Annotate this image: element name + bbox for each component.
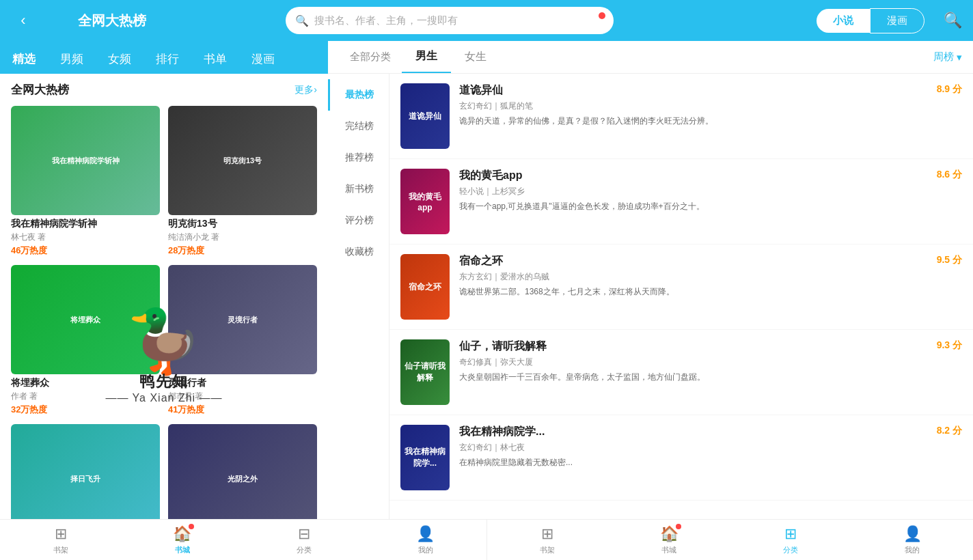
tab-comic[interactable]: 漫画 (870, 8, 924, 33)
page-title: 全网大热榜 (44, 12, 180, 30)
rank-info-2: 宿命之环 9.5 分 东方玄幻｜爱潜水的乌贼 诡秘世界第二部。1368之年，七月… (459, 254, 962, 320)
hot-cover-2: 将埋葬众 (11, 265, 160, 374)
hot-author-1: 纯洁滴小龙 著 (168, 232, 317, 243)
rank-cover-bg-4: 我在精神病院学... (400, 425, 450, 490)
right-panel: 全部分类 男生 女生 周榜 ▾ 最热榜 完结榜 推荐榜 新书榜 评分榜 收藏榜 (328, 41, 973, 519)
right-nav-category[interactable]: ⊞ 分类 (730, 520, 851, 560)
search-dot (599, 12, 605, 19)
hot-author-3: 都市君 著 (168, 391, 317, 402)
gender-female[interactable]: 女生 (451, 41, 500, 73)
hot-name-2: 将埋葬众 (11, 377, 160, 389)
hot-cover-0: 我在精神病院学斩神 (11, 106, 160, 215)
rank-desc-0: 诡异的天道，异常的仙佛，是真？是假？陷入迷惘的李火旺无法分辨。 (459, 115, 962, 127)
rank-item-hottest[interactable]: 最热榜 (328, 79, 389, 111)
r-bookstore-dot (676, 524, 681, 529)
rank-book-item-4[interactable]: 我在精神病院学... 我在精神病院学... 8.2 分 玄幻奇幻｜林七夜 在精神… (389, 415, 973, 501)
r-category-icon: ⊞ (784, 525, 797, 543)
left-nav-jingxuan[interactable]: 精选 (0, 51, 48, 74)
hot-header: 全网大热榜 更多› (11, 82, 317, 98)
hot-item-1[interactable]: 明克街13号 明克街13号 纯洁滴小龙 著 28万热度 (168, 106, 317, 257)
rank-item-collect[interactable]: 收藏榜 (328, 236, 389, 268)
hot-name-3: 灵境行者 (168, 377, 317, 389)
left-nav-manhua[interactable]: 漫画 (239, 51, 287, 74)
hot-item-3[interactable]: 灵境行者 灵境行者 都市君 著 41万热度 (168, 265, 317, 416)
category-icon: ⊟ (298, 525, 310, 543)
left-nav-category[interactable]: ⊟ 分类 (243, 520, 365, 560)
rank-info-1: 我的黄毛app 8.6 分 轻小说｜上杉冥乡 我有一个app,可兑换道具"逼逼的… (459, 169, 962, 234)
back-button[interactable]: ‹ (11, 12, 36, 29)
right-bottom-nav: ⊞ 书架 🏠 书城 ⊞ 分类 👤 我的 (487, 520, 974, 560)
left-nav-paihang[interactable]: 排行 (143, 51, 191, 74)
rank-dropdown[interactable]: 周榜 ▾ (933, 51, 962, 64)
r-bookstore-label: 书城 (661, 545, 676, 555)
search-button[interactable]: 🔍 (944, 12, 962, 29)
left-nav-nvpin[interactable]: 女频 (96, 51, 143, 74)
r-bookshelf-icon: ⊞ (541, 525, 553, 543)
rank-desc-1: 我有一个app,可兑换道具"逼逼的金色长发，胁迫成功率+百分之十。 (459, 200, 962, 212)
search-icon: 🔍 (295, 14, 309, 27)
gender-male[interactable]: 男生 (402, 41, 451, 73)
rank-genre-2: 东方玄幻｜爱潜水的乌贼 (459, 271, 962, 283)
rank-desc-4: 在精神病院里隐藏着无数秘密... (459, 456, 962, 468)
right-nav-bookstore[interactable]: 🏠 书城 (608, 520, 730, 560)
rank-desc-2: 诡秘世界第二部。1368之年，七月之末，深红将从天而降。 (459, 285, 962, 298)
left-nav-bookshelf[interactable]: ⊞ 书架 (0, 520, 122, 560)
hot-heat-0: 46万热度 (11, 244, 160, 257)
hot-cover-1: 明克街13号 (168, 106, 317, 215)
rank-title-2: 宿命之环 (459, 254, 503, 268)
rank-book-item-1[interactable]: 我的黄毛app 我的黄毛app 8.6 分 轻小说｜上杉冥乡 我有一个app,可… (389, 159, 973, 244)
rank-item-recommend[interactable]: 推荐榜 (328, 142, 389, 173)
rank-genre-1: 轻小说｜上杉冥乡 (459, 186, 962, 197)
rank-cover-bg-1: 我的黄毛app (400, 169, 450, 234)
bookshelf-icon: ⊞ (55, 525, 67, 543)
hot-section: 全网大热榜 更多› 我在精神病院学斩神 我在精神病院学斩神 林七 (0, 74, 328, 519)
top-bar: ‹ 全网大热榜 🔍 搜书名、作者、主角，一搜即有 小说 漫画 🔍 (0, 0, 973, 41)
rank-genre-4: 玄幻奇幻｜林七夜 (459, 442, 962, 453)
r-bookshelf-label: 书架 (540, 545, 555, 555)
hot-item-5[interactable]: 光阴之外 光阴之外 耳根 著 38万热度 (168, 424, 317, 519)
rank-title-4: 我在精神病院学... (459, 425, 545, 439)
hot-heat-2: 32万热度 (11, 404, 160, 416)
rank-score-4: 8.2 分 (937, 425, 962, 439)
rank-cover-2: 宿命之环 (400, 254, 450, 320)
right-nav-mine[interactable]: 👤 我的 (851, 520, 973, 560)
r-mine-icon: 👤 (903, 525, 922, 543)
cat-all[interactable]: 全部分类 (339, 41, 402, 73)
left-nav-shudaner[interactable]: 书单 (191, 51, 239, 74)
hot-info-2: 将埋葬众 作者 著 32万热度 (11, 377, 160, 416)
bookshelf-label: 书架 (53, 545, 68, 555)
rank-book-item-3[interactable]: 仙子请听我解释 仙子，请听我解释 9.3 分 奇幻修真｜弥天大厦 大炎皇朝国祚一… (389, 330, 973, 415)
right-nav-bookshelf[interactable]: ⊞ 书架 (487, 520, 609, 560)
hot-cover-3: 灵境行者 (168, 265, 317, 374)
search-bar[interactable]: 🔍 搜书名、作者、主角，一搜即有 (286, 7, 614, 34)
rank-info-0: 道诡异仙 8.9 分 玄幻奇幻｜狐尾的笔 诡异的天道，异常的仙佛，是真？是假？陷… (459, 83, 962, 149)
rank-item-score[interactable]: 评分榜 (328, 205, 389, 236)
search-placeholder: 搜书名、作者、主角，一搜即有 (314, 14, 604, 27)
hot-item-2[interactable]: 将埋葬众 将埋葬众 作者 著 32万热度 (11, 265, 160, 416)
main-content: 精选 男频 女频 排行 书单 漫画 全网大热榜 更多› (0, 41, 973, 519)
rank-item-finished[interactable]: 完结榜 (328, 111, 389, 142)
rank-book-item-2[interactable]: 宿命之环 宿命之环 9.5 分 东方玄幻｜爱潜水的乌贼 诡秘世界第二部。1368… (389, 244, 973, 330)
hot-title: 全网大热榜 (11, 82, 69, 98)
hot-item-4[interactable]: 择日飞升 择日飞升 宅猪 著 25万热度 (11, 424, 160, 519)
left-nav-mine[interactable]: 👤 我的 (365, 520, 486, 560)
tab-novel[interactable]: 小说 (817, 9, 870, 33)
left-nav-nanpin[interactable]: 男频 (48, 51, 96, 74)
bookstore-dot (189, 524, 194, 529)
rank-cover-1: 我的黄毛app (400, 169, 450, 234)
rank-item-newbook[interactable]: 新书榜 (328, 173, 389, 205)
left-nav-bookstore[interactable]: 🏠 书城 (122, 520, 243, 560)
rank-cover-0: 道诡异仙 (400, 83, 450, 149)
hot-cover-4: 择日飞升 (11, 424, 160, 519)
rank-title-0: 道诡异仙 (459, 83, 503, 98)
bookstore-label: 书城 (175, 545, 190, 555)
hot-grid: 我在精神病院学斩神 我在精神病院学斩神 林七夜 著 46万热度 明克街13号 (11, 106, 317, 519)
rank-book-item-0[interactable]: 道诡异仙 道诡异仙 8.9 分 玄幻奇幻｜狐尾的笔 诡异的天道，异常的仙佛，是真… (389, 74, 973, 159)
hot-author-2: 作者 著 (11, 391, 160, 402)
rank-cover-3: 仙子请听我解释 (400, 339, 450, 405)
rank-title-row-2: 宿命之环 9.5 分 (459, 254, 962, 268)
rank-cover-bg-2: 宿命之环 (400, 254, 450, 320)
hot-item-0[interactable]: 我在精神病院学斩神 我在精神病院学斩神 林七夜 著 46万热度 (11, 106, 160, 257)
hot-more-link[interactable]: 更多› (294, 84, 317, 96)
hot-info-1: 明克街13号 纯洁滴小龙 著 28万热度 (168, 218, 317, 257)
